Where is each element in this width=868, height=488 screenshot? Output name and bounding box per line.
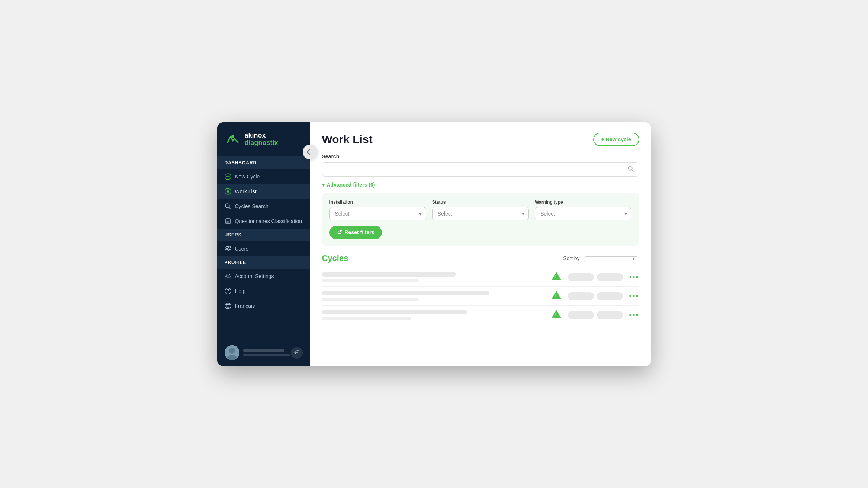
- sort-by-label: Sort by: [563, 255, 579, 261]
- user-info: [243, 349, 287, 356]
- search-icon: [627, 165, 634, 172]
- search-icon-wrap: [627, 165, 634, 174]
- search-input[interactable]: [322, 162, 639, 177]
- search-icon: [225, 203, 231, 210]
- sidebar-item-new-cycle[interactable]: New Cycle: [217, 169, 310, 184]
- warning-icon: [551, 291, 562, 301]
- cycle-row-tags: [568, 292, 623, 300]
- main-header: Work List + New cycle: [322, 133, 639, 146]
- search-input-wrap: [322, 162, 639, 177]
- users-icon: [225, 245, 231, 252]
- sidebar-item-work-list-label: Work List: [235, 188, 257, 194]
- svg-point-4: [227, 190, 229, 193]
- users-section-header: USERS: [217, 229, 310, 241]
- logo-diagnostix: diagnostix: [245, 139, 278, 147]
- page-title: Work List: [322, 133, 373, 146]
- svg-point-1: [231, 135, 234, 138]
- sidebar-toggle-button[interactable]: [303, 145, 318, 159]
- sidebar-item-francais[interactable]: Français: [217, 298, 310, 313]
- logout-button[interactable]: [291, 347, 303, 359]
- installation-select[interactable]: Select: [329, 207, 426, 220]
- profile-section-header: PROFILE: [217, 256, 310, 269]
- warning-triangle-icon: [552, 291, 561, 299]
- user-role-skeleton: [243, 354, 290, 356]
- skeleton-bar: [322, 279, 419, 282]
- skeleton-tag: [568, 292, 594, 300]
- chevron-down-icon: ▾: [322, 182, 325, 188]
- sort-select[interactable]: [584, 256, 639, 262]
- main-content: Work List + New cycle Search ▾ Advanced …: [310, 122, 651, 366]
- warning-triangle-icon: [552, 272, 561, 280]
- svg-point-14: [229, 348, 235, 354]
- help-icon: [225, 288, 231, 294]
- warning-type-select[interactable]: Select: [535, 207, 631, 220]
- advanced-filters-toggle[interactable]: ▾ Advanced filters (0): [322, 182, 639, 188]
- row-menu-button[interactable]: •••: [629, 311, 639, 319]
- sidebar-item-help-label: Help: [235, 288, 246, 294]
- sort-select-wrap: ▾: [584, 254, 639, 262]
- svg-point-16: [628, 166, 632, 170]
- plus-icon: [225, 173, 231, 180]
- table-row: •••: [322, 268, 639, 287]
- sidebar: akinox diagnostix DASHBOARD New Cycle: [217, 122, 310, 366]
- warning-icon: [551, 272, 562, 282]
- filters-panel: Installation Select ▾ Status Select: [322, 193, 639, 246]
- cycle-row-left: [322, 310, 545, 320]
- installation-label: Installation: [329, 200, 426, 205]
- sidebar-item-account-settings[interactable]: Account Settings: [217, 269, 310, 284]
- status-select[interactable]: Select: [432, 207, 529, 220]
- sidebar-item-work-list[interactable]: Work List: [217, 184, 310, 199]
- skeleton-bar: [322, 317, 411, 320]
- installation-select-wrap: Select ▾: [329, 207, 426, 220]
- advanced-filters-label: Advanced filters (0): [327, 182, 375, 188]
- doc-icon: [225, 218, 231, 224]
- logo-area: akinox diagnostix: [217, 122, 310, 156]
- skeleton-tag: [568, 311, 594, 319]
- user-bottom-bar: [217, 339, 310, 366]
- sidebar-item-questionnaires[interactable]: Questionnaires Classification: [217, 214, 310, 229]
- dashboard-section-header: DASHBOARD: [217, 156, 310, 169]
- skeleton-bar: [322, 272, 456, 277]
- status-label: Status: [432, 200, 529, 205]
- user-name-skeleton: [243, 349, 284, 352]
- sidebar-item-cycles-search-label: Cycles Search: [235, 203, 269, 209]
- sidebar-item-users[interactable]: Users: [217, 241, 310, 256]
- circle-icon: [225, 188, 231, 195]
- sidebar-item-cycles-search[interactable]: Cycles Search: [217, 199, 310, 214]
- cycle-row-tags: [568, 311, 623, 319]
- logo-akinox: akinox: [245, 132, 278, 139]
- skeleton-tag: [597, 273, 623, 281]
- lang-icon: [225, 303, 231, 309]
- sidebar-item-help[interactable]: Help: [217, 284, 310, 298]
- row-menu-button[interactable]: •••: [629, 292, 639, 300]
- installation-filter-group: Installation Select ▾: [329, 200, 426, 220]
- sidebar-item-questionnaires-label: Questionnaires Classification: [235, 218, 302, 224]
- avatar: [225, 345, 239, 360]
- skeleton-tag: [597, 311, 623, 319]
- filters-row: Installation Select ▾ Status Select: [329, 200, 632, 220]
- cycle-row-left: [322, 272, 545, 282]
- warning-icon: [551, 310, 562, 320]
- cycle-row-left: [322, 291, 545, 301]
- cycles-header: Cycles Sort by ▾: [322, 253, 639, 263]
- status-select-wrap: Select ▾: [432, 207, 529, 220]
- new-cycle-button[interactable]: + New cycle: [593, 133, 639, 146]
- row-menu-button[interactable]: •••: [629, 273, 639, 281]
- svg-point-8: [228, 246, 230, 248]
- svg-point-9: [227, 275, 229, 277]
- svg-point-11: [228, 292, 228, 293]
- svg-point-7: [226, 246, 228, 249]
- sidebar-item-new-cycle-label: New Cycle: [235, 174, 260, 180]
- skeleton-tag: [568, 273, 594, 281]
- logo-text: akinox diagnostix: [245, 132, 278, 147]
- cycle-row-tags: [568, 273, 623, 281]
- sidebar-item-account-settings-label: Account Settings: [235, 273, 274, 279]
- search-label: Search: [322, 153, 639, 159]
- warning-type-select-wrap: Select ▾: [535, 207, 631, 220]
- reset-filters-button[interactable]: ↺ Reset filters: [329, 226, 382, 239]
- table-row: •••: [322, 306, 639, 324]
- cycles-title: Cycles: [322, 253, 348, 263]
- warning-type-label: Warning type: [535, 200, 631, 205]
- sidebar-item-users-label: Users: [235, 246, 249, 252]
- warning-triangle-icon: [552, 310, 561, 318]
